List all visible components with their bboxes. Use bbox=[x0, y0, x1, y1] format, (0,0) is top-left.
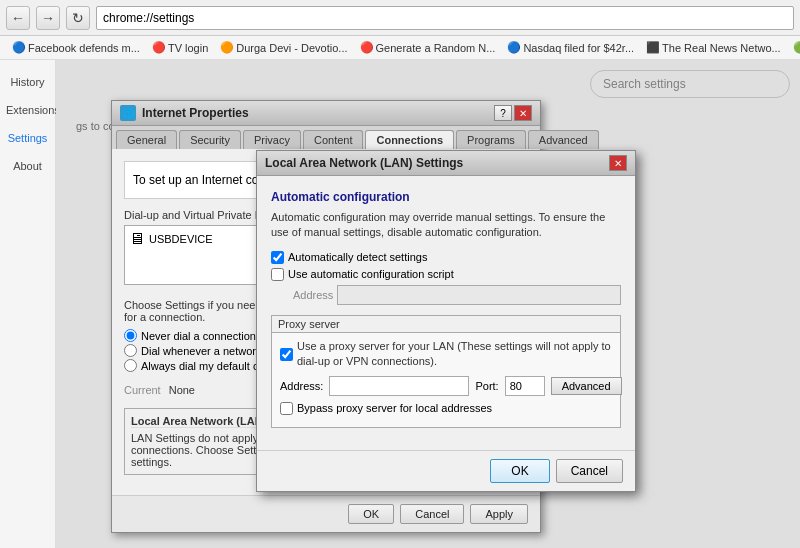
tabs-bar: General Security Privacy Content Connect… bbox=[112, 126, 540, 149]
bookmark-icon: 🔴 bbox=[152, 41, 166, 54]
bookmark-label: TV login bbox=[168, 42, 208, 54]
radio-never-input[interactable] bbox=[124, 329, 137, 342]
tab-connections[interactable]: Connections bbox=[365, 130, 454, 149]
auto-detect-checkbox-row[interactable]: Automatically detect settings bbox=[271, 251, 621, 264]
bookmark-nasdaq[interactable]: 🔵 Nasdaq filed for $42r... bbox=[503, 40, 638, 55]
list-item: 🖥 USBDEVICE bbox=[129, 230, 213, 248]
address-bar[interactable] bbox=[96, 6, 794, 30]
tab-advanced[interactable]: Advanced bbox=[528, 130, 599, 149]
bookmark-icon: 🔵 bbox=[12, 41, 26, 54]
dialog-title: 🌐 Internet Properties bbox=[120, 105, 249, 121]
current-value: None bbox=[169, 384, 195, 396]
proxy-addr-row: Address: Port: Advanced bbox=[280, 376, 612, 396]
bookmark-icon: 🔴 bbox=[360, 41, 374, 54]
address-label: Address bbox=[293, 289, 333, 301]
browser-toolbar: ← → ↻ bbox=[0, 0, 800, 36]
auto-config-header: Automatic configuration bbox=[271, 190, 621, 204]
sidebar-item-about[interactable]: About bbox=[0, 152, 55, 180]
bypass-checkbox[interactable] bbox=[280, 402, 293, 415]
forward-button[interactable]: → bbox=[36, 6, 60, 30]
use-proxy-label: Use a proxy server for your LAN (These s… bbox=[297, 339, 612, 370]
ok-button[interactable]: OK bbox=[348, 504, 394, 524]
sidebar-item-extensions[interactable]: Extensions bbox=[0, 96, 55, 124]
lan-cancel-button[interactable]: Cancel bbox=[556, 459, 623, 483]
sidebar-item-settings[interactable]: Settings bbox=[0, 124, 55, 152]
device-name: USBDEVICE bbox=[149, 233, 213, 245]
lan-close-button[interactable]: ✕ bbox=[609, 155, 627, 171]
tab-general[interactable]: General bbox=[116, 130, 177, 149]
device-icon: 🖥 bbox=[129, 230, 145, 248]
chrome-sidebar: History Extensions Settings About bbox=[0, 60, 56, 548]
tab-content[interactable]: Content bbox=[303, 130, 364, 149]
bookmark-generate[interactable]: 🔴 Generate a Random N... bbox=[356, 40, 500, 55]
bookmark-top100[interactable]: 🟢 Top 100 B... bbox=[789, 40, 800, 55]
tab-privacy[interactable]: Privacy bbox=[243, 130, 301, 149]
sidebar-item-history[interactable]: History bbox=[0, 68, 55, 96]
bookmark-icon: ⬛ bbox=[646, 41, 660, 54]
bookmark-durga[interactable]: 🟠 Durga Devi - Devotio... bbox=[216, 40, 351, 55]
use-proxy-checkbox[interactable] bbox=[280, 348, 293, 361]
bookmark-realnews[interactable]: ⬛ The Real News Netwo... bbox=[642, 40, 785, 55]
bookmark-tv[interactable]: 🔴 TV login bbox=[148, 40, 212, 55]
auto-config-desc: Automatic configuration may override man… bbox=[271, 210, 621, 241]
chrome-main: gs to connect to the network. 🌐 Internet… bbox=[56, 60, 800, 548]
auto-script-address-row: Address bbox=[293, 285, 621, 305]
lan-ok-button[interactable]: OK bbox=[490, 459, 549, 483]
bookmark-label: Durga Devi - Devotio... bbox=[236, 42, 347, 54]
proxy-section: Proxy server Use a proxy server for your… bbox=[271, 315, 621, 428]
browser-frame: ← → ↻ 🔵 Facebook defends m... 🔴 TV login… bbox=[0, 0, 800, 548]
auto-script-checkbox[interactable] bbox=[271, 268, 284, 281]
bookmark-label: The Real News Netwo... bbox=[662, 42, 781, 54]
proxy-port-label: Port: bbox=[475, 380, 498, 392]
proxy-addr-input[interactable] bbox=[329, 376, 469, 396]
auto-script-label: Use automatic configuration script bbox=[288, 268, 454, 280]
bookmark-label: Generate a Random N... bbox=[376, 42, 496, 54]
bookmark-icon: 🟢 bbox=[793, 41, 800, 54]
dialog-title-text: Internet Properties bbox=[142, 106, 249, 120]
lan-dialog-footer: OK Cancel bbox=[257, 450, 635, 491]
titlebar-buttons: ? ✕ bbox=[494, 105, 532, 121]
bypass-checkbox-row[interactable]: Bypass proxy server for local addresses bbox=[280, 402, 612, 415]
bookmarks-bar: 🔵 Facebook defends m... 🔴 TV login 🟠 Dur… bbox=[0, 36, 800, 60]
tab-security[interactable]: Security bbox=[179, 130, 241, 149]
tab-programs[interactable]: Programs bbox=[456, 130, 526, 149]
auto-script-checkbox-row[interactable]: Use automatic configuration script bbox=[271, 268, 621, 281]
browser-content: History Extensions Settings About gs to … bbox=[0, 60, 800, 548]
bookmark-icon: 🟠 bbox=[220, 41, 234, 54]
close-button[interactable]: ✕ bbox=[514, 105, 532, 121]
dialog-footer: OK Cancel Apply bbox=[112, 495, 540, 532]
dialog-titlebar: 🌐 Internet Properties ? ✕ bbox=[112, 101, 540, 126]
auto-detect-checkbox[interactable] bbox=[271, 251, 284, 264]
lan-dialog-titlebar: Local Area Network (LAN) Settings ✕ bbox=[257, 151, 635, 176]
bookmark-icon: 🔵 bbox=[507, 41, 521, 54]
dialog-title-icon: 🌐 bbox=[120, 105, 136, 121]
bookmark-facebook[interactable]: 🔵 Facebook defends m... bbox=[8, 40, 144, 55]
current-label: Current bbox=[124, 384, 161, 396]
lan-dialog-body: Automatic configuration Automatic config… bbox=[257, 176, 635, 450]
apply-button[interactable]: Apply bbox=[470, 504, 528, 524]
back-button[interactable]: ← bbox=[6, 6, 30, 30]
cancel-button[interactable]: Cancel bbox=[400, 504, 464, 524]
radio-whenever-input[interactable] bbox=[124, 344, 137, 357]
advanced-button[interactable]: Advanced bbox=[551, 377, 622, 395]
lan-settings-dialog: Local Area Network (LAN) Settings ✕ Auto… bbox=[256, 150, 636, 492]
proxy-port-input[interactable] bbox=[505, 376, 545, 396]
bookmark-label: Nasdaq filed for $42r... bbox=[523, 42, 634, 54]
bypass-label: Bypass proxy server for local addresses bbox=[297, 402, 492, 414]
lan-dialog-title-text: Local Area Network (LAN) Settings bbox=[265, 156, 463, 170]
refresh-button[interactable]: ↻ bbox=[66, 6, 90, 30]
help-button[interactable]: ? bbox=[494, 105, 512, 121]
proxy-section-label: Proxy server bbox=[272, 316, 620, 333]
auto-detect-label: Automatically detect settings bbox=[288, 251, 427, 263]
radio-always-input[interactable] bbox=[124, 359, 137, 372]
use-proxy-checkbox-row[interactable]: Use a proxy server for your LAN (These s… bbox=[280, 339, 612, 370]
radio-never-label: Never dial a connection bbox=[141, 330, 256, 342]
proxy-addr-label: Address: bbox=[280, 380, 323, 392]
address-input[interactable] bbox=[337, 285, 621, 305]
bookmark-label: Facebook defends m... bbox=[28, 42, 140, 54]
lan-titlebar-buttons: ✕ bbox=[609, 155, 627, 171]
